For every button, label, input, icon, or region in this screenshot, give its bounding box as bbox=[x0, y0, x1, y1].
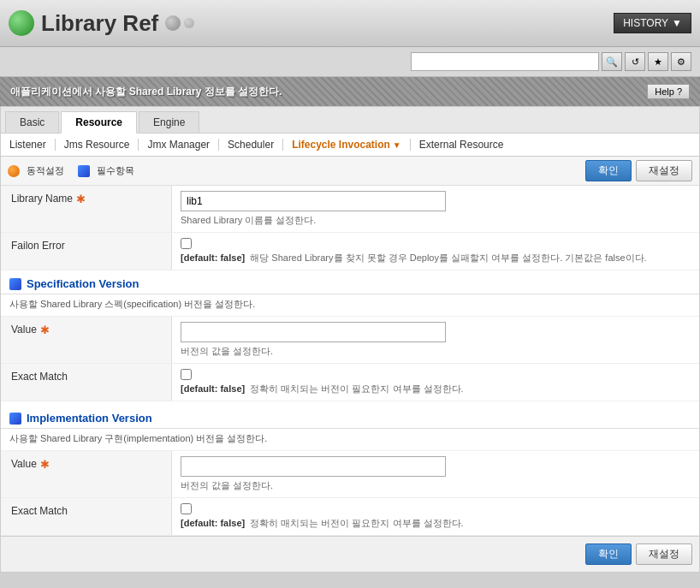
failon-error-label: Failon Error bbox=[1, 233, 172, 270]
help-button[interactable]: Help ? bbox=[647, 84, 690, 99]
failon-error-value: [default: false] 해당 Shared Library를 찾지 못… bbox=[172, 233, 699, 270]
toolbar-left: 동적설정 필수항목 bbox=[8, 164, 134, 177]
impl-value-row: Value ✱ 버전의 값을 설정한다. bbox=[1, 451, 699, 498]
spec-version-title: Specification Version bbox=[27, 277, 139, 290]
app-title: Library Ref bbox=[9, 10, 194, 37]
failon-default-text: [default: false] bbox=[181, 252, 245, 263]
required-label: 필수항목 bbox=[97, 164, 134, 177]
confirm-button-bottom[interactable]: 확인 bbox=[585, 543, 632, 565]
bottom-bar: 확인 재설정 bbox=[1, 536, 699, 572]
required-icon bbox=[78, 165, 90, 177]
spec-exact-match-value: [default: false] 정확히 매치되는 버전이 필요한지 여부를 설… bbox=[172, 364, 699, 401]
impl-value-input[interactable] bbox=[181, 456, 446, 477]
search-button[interactable]: 🔍 bbox=[602, 52, 622, 71]
main-content: Basic Resource Engine Listener Jms Resou… bbox=[0, 106, 700, 573]
subnav-jmx-manager[interactable]: Jmx Manager bbox=[139, 139, 219, 151]
impl-version-title: Implementation Version bbox=[27, 412, 152, 425]
impl-value-field: 버전의 값을 설정한다. bbox=[172, 451, 699, 497]
toolbar: 동적설정 필수항목 확인 재설정 bbox=[1, 157, 699, 186]
tab-resource[interactable]: Resource bbox=[61, 111, 137, 134]
logo-icon bbox=[9, 10, 34, 36]
subnav-jms-resource[interactable]: Jms Resource bbox=[56, 139, 139, 151]
spec-value-hint: 버전의 값을 설정한다. bbox=[181, 345, 691, 358]
failon-error-checkbox[interactable] bbox=[181, 238, 192, 249]
form-section: Library Name ✱ Shared Library 이름를 설정한다. … bbox=[1, 186, 699, 270]
tab-engine[interactable]: Engine bbox=[139, 111, 199, 133]
reset-button-bottom[interactable]: 재설정 bbox=[636, 543, 692, 565]
impl-exact-match-value: [default: false] 정확히 매치되는 버전이 필요한지 여부를 설… bbox=[172, 498, 699, 535]
header: Library Ref HISTORY ▼ bbox=[0, 0, 700, 47]
failon-error-row: Failon Error [default: false] 해당 Shared … bbox=[1, 233, 699, 270]
impl-version-form: Value ✱ 버전의 값을 설정한다. Exact Match [defaul… bbox=[1, 451, 699, 536]
info-bar: 애플리케이션에서 사용할 Shared Library 정보를 설정한다. He… bbox=[0, 77, 700, 106]
status-icon-2 bbox=[184, 18, 194, 28]
spec-exact-match-row: Exact Match [default: false] 정확히 매치되는 버전… bbox=[1, 364, 699, 401]
impl-exact-match-checkbox[interactable] bbox=[181, 503, 192, 514]
refresh-button[interactable]: ↺ bbox=[625, 52, 645, 71]
library-name-input[interactable] bbox=[181, 191, 446, 211]
dynamic-settings-icon bbox=[8, 165, 20, 177]
impl-exact-hint: 정확히 매치되는 버전이 필요한지 여부를 설정한다. bbox=[250, 518, 463, 528]
history-label: HISTORY bbox=[623, 17, 668, 29]
library-name-value: Shared Library 이름를 설정한다. bbox=[172, 186, 699, 232]
bookmark-button[interactable]: ★ bbox=[648, 52, 668, 71]
impl-required-star: ✱ bbox=[40, 458, 50, 471]
help-label: Help ? bbox=[655, 86, 682, 97]
impl-version-desc: 사용할 Shared Library 구현(implementation) 버전… bbox=[1, 429, 699, 451]
spec-version-desc: 사용할 Shared Library 스펙(specification) 버전을… bbox=[1, 294, 699, 317]
spec-version-form: Value ✱ 버전의 값을 설정한다. Exact Match [defaul… bbox=[1, 317, 699, 401]
spec-version-icon bbox=[9, 278, 21, 290]
impl-value-hint: 버전의 값을 설정한다. bbox=[181, 479, 691, 492]
page-title: Library Ref bbox=[41, 10, 158, 37]
confirm-button-top[interactable]: 확인 bbox=[585, 160, 632, 181]
impl-version-icon bbox=[9, 413, 21, 425]
impl-exact-default: [default: false] bbox=[181, 518, 245, 528]
info-text: 애플리케이션에서 사용할 Shared Library 정보를 설정한다. bbox=[10, 85, 282, 99]
spec-exact-match-label: Exact Match bbox=[1, 364, 172, 401]
subnav-lifecycle-invocation[interactable]: Lifecycle Invocation ▼ bbox=[283, 139, 411, 151]
spec-exact-match-checkbox[interactable] bbox=[181, 369, 192, 380]
impl-exact-match-label: Exact Match bbox=[1, 498, 172, 535]
tab-bar: Basic Resource Engine bbox=[1, 107, 699, 134]
spec-value-label: Value ✱ bbox=[1, 317, 172, 363]
chevron-down-icon: ▼ bbox=[672, 17, 682, 29]
required-star: ✱ bbox=[76, 193, 86, 205]
library-name-label: Library Name ✱ bbox=[1, 186, 172, 232]
tab-basic[interactable]: Basic bbox=[5, 111, 59, 133]
library-name-hint: Shared Library 이름를 설정한다. bbox=[181, 214, 691, 227]
status-icon bbox=[165, 15, 181, 31]
settings-button[interactable]: ⚙ bbox=[671, 52, 691, 71]
history-button[interactable]: HISTORY ▼ bbox=[614, 13, 691, 33]
sub-navigation: Listener Jms Resource Jmx Manager Schedu… bbox=[1, 134, 699, 157]
spec-value-row: Value ✱ 버전의 값을 설정한다. bbox=[1, 317, 699, 364]
reset-button-top[interactable]: 재설정 bbox=[636, 160, 692, 181]
failon-error-hint: 해당 Shared Library를 찾지 못할 경우 Deploy를 실패할지… bbox=[250, 252, 646, 263]
library-name-row: Library Name ✱ Shared Library 이름를 설정한다. bbox=[1, 186, 699, 233]
impl-exact-match-row: Exact Match [default: false] 정확히 매치되는 버전… bbox=[1, 498, 699, 536]
dropdown-arrow-icon: ▼ bbox=[393, 140, 401, 150]
spec-required-star: ✱ bbox=[40, 324, 50, 336]
spec-exact-hint: 정확히 매치되는 버전이 필요한지 여부를 설정한다. bbox=[250, 383, 463, 394]
impl-value-label: Value ✱ bbox=[1, 451, 172, 497]
spec-exact-default: [default: false] bbox=[181, 383, 245, 394]
impl-version-header: Implementation Version bbox=[1, 405, 699, 429]
subnav-scheduler[interactable]: Scheduler bbox=[219, 139, 283, 151]
toolbar-right: 확인 재설정 bbox=[585, 160, 692, 181]
search-input[interactable] bbox=[411, 52, 599, 71]
dynamic-settings-label: 동적설정 bbox=[27, 164, 64, 177]
subnav-external-resource[interactable]: External Resource bbox=[411, 139, 513, 151]
spec-value-field: 버전의 값을 설정한다. bbox=[172, 317, 699, 363]
spec-version-header: Specification Version bbox=[1, 270, 699, 294]
subnav-listener[interactable]: Listener bbox=[9, 139, 56, 151]
search-bar: 🔍 ↺ ★ ⚙ bbox=[0, 47, 700, 77]
spec-value-input[interactable] bbox=[181, 322, 446, 342]
